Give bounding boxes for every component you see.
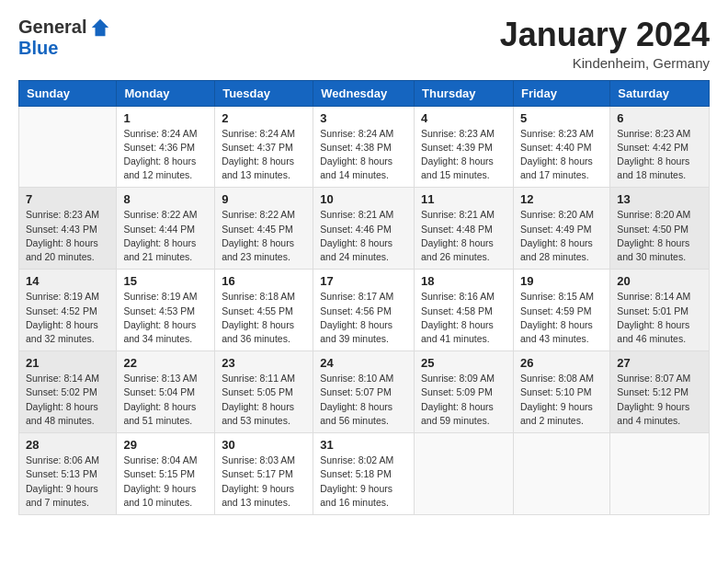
logo-icon (90, 17, 110, 38)
day-number: 22 (123, 356, 208, 370)
day-number: 20 (617, 274, 702, 288)
calendar-cell: 2Sunrise: 8:24 AMSunset: 4:37 PMDaylight… (215, 106, 313, 188)
day-info: Sunrise: 8:24 AMSunset: 4:38 PMDaylight:… (320, 127, 407, 183)
day-number: 12 (520, 192, 603, 206)
day-info: Sunrise: 8:11 AMSunset: 5:05 PMDaylight:… (222, 372, 306, 428)
day-number: 24 (320, 356, 407, 370)
day-info: Sunrise: 8:17 AMSunset: 4:56 PMDaylight:… (320, 290, 407, 346)
calendar-cell: 31Sunrise: 8:02 AMSunset: 5:18 PMDayligh… (313, 433, 415, 515)
header: General Blue January 2024 Kindenheim, Ge… (18, 17, 710, 71)
calendar-cell: 3Sunrise: 8:24 AMSunset: 4:38 PMDaylight… (313, 106, 415, 188)
calendar-cell: 9Sunrise: 8:22 AMSunset: 4:45 PMDaylight… (215, 188, 313, 270)
day-number: 1 (123, 111, 208, 125)
day-info: Sunrise: 8:23 AMSunset: 4:39 PMDaylight:… (421, 127, 506, 183)
calendar-cell: 26Sunrise: 8:08 AMSunset: 5:10 PMDayligh… (513, 351, 609, 433)
calendar-week-5: 28Sunrise: 8:06 AMSunset: 5:13 PMDayligh… (19, 433, 710, 515)
calendar-cell (513, 433, 609, 515)
day-info: Sunrise: 8:23 AMSunset: 4:40 PMDaylight:… (520, 127, 603, 183)
day-info: Sunrise: 8:24 AMSunset: 4:36 PMDaylight:… (123, 127, 208, 183)
calendar-cell: 21Sunrise: 8:14 AMSunset: 5:02 PMDayligh… (19, 351, 117, 433)
calendar-cell: 8Sunrise: 8:22 AMSunset: 4:44 PMDaylight… (117, 188, 215, 270)
calendar-header-monday: Monday (117, 80, 215, 106)
calendar-cell: 28Sunrise: 8:06 AMSunset: 5:13 PMDayligh… (19, 433, 117, 515)
calendar-cell: 25Sunrise: 8:09 AMSunset: 5:09 PMDayligh… (415, 351, 514, 433)
day-info: Sunrise: 8:02 AMSunset: 5:18 PMDaylight:… (320, 454, 407, 510)
day-number: 4 (421, 111, 506, 125)
calendar-cell: 30Sunrise: 8:03 AMSunset: 5:17 PMDayligh… (215, 433, 313, 515)
day-info: Sunrise: 8:21 AMSunset: 4:46 PMDaylight:… (320, 208, 407, 264)
day-info: Sunrise: 8:22 AMSunset: 4:44 PMDaylight:… (123, 208, 208, 264)
title-section: January 2024 Kindenheim, Germany (500, 17, 710, 71)
day-info: Sunrise: 8:22 AMSunset: 4:45 PMDaylight:… (222, 208, 306, 264)
day-info: Sunrise: 8:10 AMSunset: 5:07 PMDaylight:… (320, 372, 407, 428)
logo: General Blue (18, 17, 110, 59)
calendar-cell: 1Sunrise: 8:24 AMSunset: 4:36 PMDaylight… (117, 106, 215, 188)
day-number: 13 (617, 192, 702, 206)
day-number: 26 (520, 356, 603, 370)
calendar-cell: 22Sunrise: 8:13 AMSunset: 5:04 PMDayligh… (117, 351, 215, 433)
calendar-cell: 17Sunrise: 8:17 AMSunset: 4:56 PMDayligh… (313, 270, 415, 351)
day-info: Sunrise: 8:19 AMSunset: 4:52 PMDaylight:… (26, 290, 109, 346)
calendar-cell: 14Sunrise: 8:19 AMSunset: 4:52 PMDayligh… (19, 270, 117, 351)
day-number: 7 (26, 192, 109, 206)
calendar-cell: 5Sunrise: 8:23 AMSunset: 4:40 PMDaylight… (513, 106, 609, 188)
calendar-cell (19, 106, 117, 188)
day-info: Sunrise: 8:20 AMSunset: 4:50 PMDaylight:… (617, 208, 702, 264)
day-number: 23 (222, 356, 306, 370)
day-number: 11 (421, 192, 506, 206)
day-info: Sunrise: 8:06 AMSunset: 5:13 PMDaylight:… (26, 454, 109, 510)
day-number: 31 (320, 438, 407, 452)
day-info: Sunrise: 8:14 AMSunset: 5:01 PMDaylight:… (617, 290, 702, 346)
calendar-cell: 7Sunrise: 8:23 AMSunset: 4:43 PMDaylight… (19, 188, 117, 270)
day-number: 8 (123, 192, 208, 206)
calendar-cell: 10Sunrise: 8:21 AMSunset: 4:46 PMDayligh… (313, 188, 415, 270)
calendar-cell: 12Sunrise: 8:20 AMSunset: 4:49 PMDayligh… (513, 188, 609, 270)
day-info: Sunrise: 8:13 AMSunset: 5:04 PMDaylight:… (123, 372, 208, 428)
day-info: Sunrise: 8:03 AMSunset: 5:17 PMDaylight:… (222, 454, 306, 510)
calendar-header-row: SundayMondayTuesdayWednesdayThursdayFrid… (19, 80, 710, 106)
calendar-cell: 13Sunrise: 8:20 AMSunset: 4:50 PMDayligh… (610, 188, 710, 270)
day-number: 15 (123, 274, 208, 288)
calendar-cell: 15Sunrise: 8:19 AMSunset: 4:53 PMDayligh… (117, 270, 215, 351)
calendar-week-3: 14Sunrise: 8:19 AMSunset: 4:52 PMDayligh… (19, 270, 710, 351)
page: General Blue January 2024 Kindenheim, Ge… (0, 0, 728, 563)
day-number: 25 (421, 356, 506, 370)
calendar-header-sunday: Sunday (19, 80, 117, 106)
calendar-cell: 29Sunrise: 8:04 AMSunset: 5:15 PMDayligh… (117, 433, 215, 515)
day-info: Sunrise: 8:08 AMSunset: 5:10 PMDaylight:… (520, 372, 603, 428)
day-number: 21 (26, 356, 109, 370)
day-info: Sunrise: 8:14 AMSunset: 5:02 PMDaylight:… (26, 372, 109, 428)
day-info: Sunrise: 8:15 AMSunset: 4:59 PMDaylight:… (520, 290, 603, 346)
calendar-cell (415, 433, 514, 515)
day-number: 29 (123, 438, 208, 452)
calendar-table: SundayMondayTuesdayWednesdayThursdayFrid… (18, 80, 710, 515)
day-number: 19 (520, 274, 603, 288)
day-info: Sunrise: 8:20 AMSunset: 4:49 PMDaylight:… (520, 208, 603, 264)
calendar-cell: 23Sunrise: 8:11 AMSunset: 5:05 PMDayligh… (215, 351, 313, 433)
day-info: Sunrise: 8:23 AMSunset: 4:43 PMDaylight:… (26, 208, 109, 264)
logo-general-text: General (18, 17, 86, 38)
calendar-cell: 18Sunrise: 8:16 AMSunset: 4:58 PMDayligh… (415, 270, 514, 351)
day-info: Sunrise: 8:23 AMSunset: 4:42 PMDaylight:… (617, 127, 702, 183)
day-info: Sunrise: 8:24 AMSunset: 4:37 PMDaylight:… (222, 127, 306, 183)
day-number: 10 (320, 192, 407, 206)
calendar-cell: 27Sunrise: 8:07 AMSunset: 5:12 PMDayligh… (610, 351, 710, 433)
calendar-header-friday: Friday (513, 80, 609, 106)
calendar-cell: 16Sunrise: 8:18 AMSunset: 4:55 PMDayligh… (215, 270, 313, 351)
day-number: 3 (320, 111, 407, 125)
day-info: Sunrise: 8:19 AMSunset: 4:53 PMDaylight:… (123, 290, 208, 346)
day-number: 2 (222, 111, 306, 125)
day-info: Sunrise: 8:16 AMSunset: 4:58 PMDaylight:… (421, 290, 506, 346)
calendar-cell: 19Sunrise: 8:15 AMSunset: 4:59 PMDayligh… (513, 270, 609, 351)
calendar-week-4: 21Sunrise: 8:14 AMSunset: 5:02 PMDayligh… (19, 351, 710, 433)
day-number: 27 (617, 356, 702, 370)
calendar-header-saturday: Saturday (610, 80, 710, 106)
svg-marker-0 (92, 18, 108, 35)
calendar-week-1: 1Sunrise: 8:24 AMSunset: 4:36 PMDaylight… (19, 106, 710, 188)
subtitle: Kindenheim, Germany (500, 55, 710, 71)
calendar-header-thursday: Thursday (415, 80, 514, 106)
calendar-cell: 20Sunrise: 8:14 AMSunset: 5:01 PMDayligh… (610, 270, 710, 351)
day-number: 14 (26, 274, 109, 288)
day-number: 28 (26, 438, 109, 452)
calendar-cell: 24Sunrise: 8:10 AMSunset: 5:07 PMDayligh… (313, 351, 415, 433)
